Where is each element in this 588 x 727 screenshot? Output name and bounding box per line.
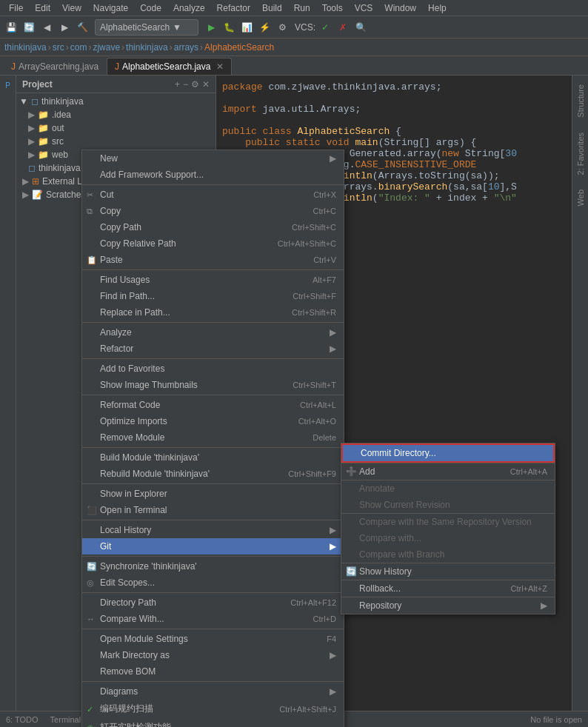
- submenu-commit-dir[interactable]: Commit Directory...: [341, 443, 555, 463]
- tab-array-searching[interactable]: J ArraySearching.java: [3, 58, 107, 75]
- sidebar-favorites-label[interactable]: 2: Favorites: [576, 127, 585, 181]
- breadcrumb-file[interactable]: AlphabeticSearch: [204, 42, 274, 53]
- menu-tools[interactable]: Tools: [316, 1, 349, 15]
- menu-refactor[interactable]: Refactor: [211, 1, 256, 15]
- toolbar-vcs-check[interactable]: ✓: [317, 19, 333, 36]
- toolbar-search-global[interactable]: 🔍: [353, 19, 369, 36]
- menu-build[interactable]: Build: [256, 1, 288, 15]
- breadcrumb-arrays[interactable]: arrays: [174, 42, 198, 53]
- submenu-show-revision[interactable]: Show Current Revision: [341, 497, 555, 513]
- dropdown-icon[interactable]: ▼: [173, 22, 181, 33]
- ctx-diagrams[interactable]: Diagrams ▶: [82, 683, 344, 700]
- menu-window[interactable]: Window: [378, 1, 422, 15]
- ctx-dir-path[interactable]: Directory Path Ctrl+Alt+F12: [82, 594, 344, 611]
- ctx-edit-scopes[interactable]: ◎ Edit Scopes...: [82, 574, 344, 591]
- toolbar-run-btn[interactable]: ▶: [203, 19, 219, 36]
- project-add-icon[interactable]: +: [175, 79, 180, 90]
- menu-navigate[interactable]: Navigate: [87, 1, 134, 15]
- ctx-find-in-path[interactable]: Find in Path... Ctrl+Shift+F: [82, 288, 344, 304]
- toolbar-profile-btn[interactable]: ⚡: [256, 19, 273, 36]
- ctx-cut[interactable]: ✂ Cut Ctrl+X: [82, 187, 344, 203]
- menu-vcs[interactable]: VCS: [349, 1, 379, 15]
- submenu-compare-branch[interactable]: Compare with Branch: [341, 546, 555, 563]
- menu-file[interactable]: File: [3, 1, 29, 15]
- submenu-show-revision-label: Show Current Revision: [359, 500, 450, 510]
- tree-root[interactable]: ▼ ◻ thinkinjava: [16, 95, 216, 108]
- toolbar-save-btn[interactable]: 💾: [3, 19, 19, 36]
- ctx-optimize[interactable]: Optimize Imports Ctrl+Alt+O: [82, 413, 344, 429]
- breadcrumb-thinkinjava[interactable]: thinkinjava: [126, 42, 168, 53]
- ctx-copy-path[interactable]: Copy Path Ctrl+Shift+C: [82, 219, 344, 235]
- submenu-compare[interactable]: Compare with...: [341, 530, 555, 546]
- ctx-realtime-check[interactable]: ◉ 打开实时检测功能: [82, 718, 344, 727]
- sidebar-structure-label[interactable]: Structure: [576, 78, 585, 124]
- menu-edit[interactable]: Edit: [29, 1, 56, 15]
- submenu-annotate[interactable]: Annotate: [341, 480, 555, 497]
- status-terminal[interactable]: Terminal: [50, 715, 81, 724]
- ctx-remove-module[interactable]: Remove Module Delete: [82, 429, 344, 446]
- ctx-copy[interactable]: ⧉ Copy Ctrl+C: [82, 203, 344, 219]
- tree-src[interactable]: ▶ 📁 src: [16, 135, 216, 148]
- menu-view[interactable]: View: [56, 1, 87, 15]
- ctx-rebuild-module[interactable]: Rebuild Module 'thinkinjava' Ctrl+Shift+…: [82, 466, 344, 482]
- ctx-new[interactable]: New ▶: [82, 150, 344, 167]
- project-close-icon[interactable]: ✕: [202, 79, 210, 90]
- breadcrumb-src[interactable]: src: [53, 42, 64, 53]
- tree-idea[interactable]: ▶ 📁 .idea: [16, 108, 216, 121]
- arrow-out-icon: ▶: [28, 123, 35, 133]
- toolbar-back-btn[interactable]: ◀: [39, 19, 55, 36]
- project-gear-icon[interactable]: ⚙: [191, 79, 199, 90]
- ctx-analyze[interactable]: Analyze ▶: [82, 324, 344, 341]
- toolbar-search[interactable]: AlphabeticSearch ▼: [95, 19, 198, 36]
- menu-analyze[interactable]: Analyze: [167, 1, 211, 15]
- toolbar-coverage-btn[interactable]: 📊: [238, 19, 255, 36]
- toolbar-sync-btn[interactable]: 🔄: [21, 19, 37, 36]
- ctx-git[interactable]: Git ▶: [82, 538, 344, 555]
- ctx-sync[interactable]: 🔄 Synchronize 'thinkinjava': [82, 558, 344, 574]
- ctx-remove-bom[interactable]: Remove BOM: [82, 663, 344, 680]
- ctx-coding-scan[interactable]: ✓ 编码规约扫描 Ctrl+Alt+Shift+J: [82, 700, 344, 718]
- toolbar-debug-btn[interactable]: 🐛: [221, 19, 237, 36]
- ctx-add-framework[interactable]: Add Framework Support...: [82, 167, 344, 183]
- diagrams-arrow: ▶: [330, 686, 336, 697]
- submenu-rollback[interactable]: Rollback... Ctrl+Alt+Z: [341, 580, 555, 597]
- breadcrumb-com[interactable]: com: [70, 42, 87, 53]
- ctx-reformat[interactable]: Reformat Code Ctrl+Alt+L: [82, 397, 344, 413]
- menu-run[interactable]: Run: [288, 1, 316, 15]
- ctx-compare-with[interactable]: ↔ Compare With... Ctrl+D: [82, 611, 344, 627]
- ctx-replace-in-path[interactable]: Replace in Path... Ctrl+Shift+R: [82, 304, 344, 321]
- circle-check-icon: ◉: [87, 723, 94, 727]
- sidebar-project-icon[interactable]: P: [1, 78, 15, 92]
- toolbar-settings-btn[interactable]: ⚙: [274, 19, 290, 36]
- menu-code[interactable]: Code: [134, 1, 167, 15]
- tree-out[interactable]: ▶ 📁 out: [16, 121, 216, 135]
- submenu-show-history[interactable]: 🔄 Show History: [341, 563, 555, 580]
- sync-icon: 🔄: [87, 562, 97, 572]
- submenu-repository[interactable]: Repository ▶: [341, 597, 555, 614]
- submenu-add[interactable]: ➕ Add Ctrl+Alt+A: [341, 463, 555, 480]
- ctx-copy-rel-path[interactable]: Copy Relative Path Ctrl+Alt+Shift+C: [82, 235, 344, 252]
- project-minus-icon[interactable]: −: [183, 79, 188, 90]
- ctx-open-terminal[interactable]: ⬛ Open in Terminal: [82, 502, 344, 518]
- menu-help[interactable]: Help: [422, 1, 452, 15]
- tab-alphabetic-search[interactable]: J AlphabeticSearch.java ✕: [107, 58, 232, 75]
- sidebar-web-label[interactable]: Web: [576, 184, 585, 212]
- ctx-add-favorites[interactable]: Add to Favorites: [82, 361, 344, 377]
- toolbar-vcs-x[interactable]: ✗: [335, 19, 351, 36]
- ctx-show-thumbnails[interactable]: Show Image Thumbnails Ctrl+Shift+T: [82, 377, 344, 393]
- breadcrumb-zjwave[interactable]: zjwave: [93, 42, 120, 53]
- status-todo[interactable]: 6: TODO: [6, 715, 39, 724]
- toolbar-forward-btn[interactable]: ▶: [56, 19, 73, 36]
- ctx-module-settings[interactable]: Open Module Settings F4: [82, 631, 344, 647]
- ctx-paste[interactable]: 📋 Paste Ctrl+V: [82, 252, 344, 268]
- toolbar-build-btn[interactable]: 🔨: [74, 19, 90, 36]
- submenu-compare-repo[interactable]: Compare with the Same Repository Version: [341, 514, 555, 530]
- breadcrumb-root[interactable]: thinkinjava: [4, 42, 47, 53]
- ctx-show-explorer[interactable]: Show in Explorer: [82, 486, 344, 502]
- tab-close-icon[interactable]: ✕: [216, 61, 224, 72]
- ctx-mark-dir[interactable]: Mark Directory as ▶: [82, 647, 344, 663]
- ctx-build-module[interactable]: Build Module 'thinkinjava': [82, 449, 344, 466]
- ctx-local-history[interactable]: Local History ▶: [82, 522, 344, 538]
- ctx-find-usages[interactable]: Find Usages Alt+F7: [82, 272, 344, 288]
- ctx-refactor[interactable]: Refactor ▶: [82, 341, 344, 357]
